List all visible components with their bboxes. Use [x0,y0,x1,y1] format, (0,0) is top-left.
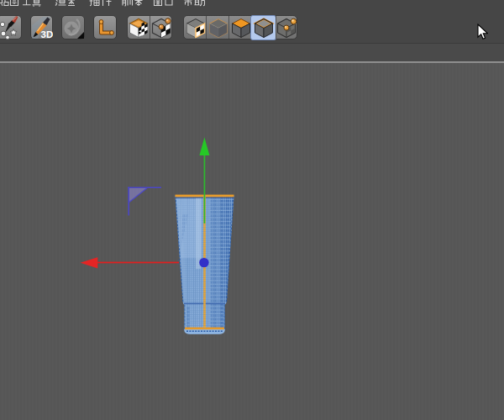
svg-text:3D: 3D [40,29,53,39]
